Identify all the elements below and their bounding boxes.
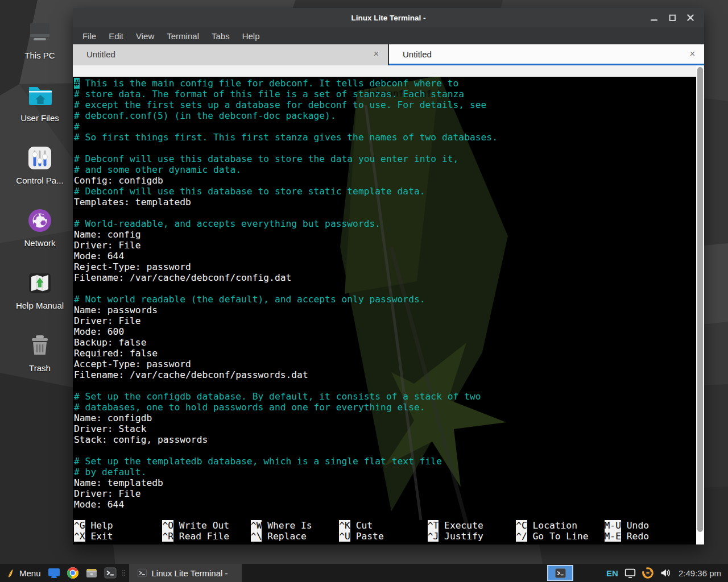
shortcut-key: ^/ [516,531,527,542]
editor-line: Config: configdb [74,175,704,186]
clock[interactable]: 2:49:36 pm [679,568,721,578]
tab-bar: Untitled × Untitled × [73,44,704,65]
editor-line: Driver: File [74,315,704,326]
editor-line: Driver: File [74,488,704,499]
editor-line: Mode: 644 [74,251,704,261]
nano-shortcuts: ^G Help^X Exit^O Write Out^R Read File^W… [73,520,704,544]
editor-line: # by default. [74,467,704,477]
menu-view[interactable]: View [130,27,160,44]
editor-line: Mode: 644 [74,499,704,510]
help-manual-icon [26,269,53,297]
nano-shortcut-where-is: ^W Where Is [251,520,339,531]
nano-shortcut-undo: M-U Undo [605,520,693,531]
editor-line: # Debconf will use this database to stor… [74,186,704,197]
tab-untitled-1[interactable]: Untitled × [73,44,388,65]
editor-line: # So first things first. This first stan… [74,132,704,143]
desktop-icon-label: Network [24,238,55,248]
tray-icon-list [624,567,677,579]
close-icon [685,12,696,23]
editor-line: Accept-Type: password [74,359,704,369]
computer-icon [26,19,53,47]
desktop-icon-label: User Files [20,113,59,123]
display-icon[interactable] [624,567,636,579]
editor-line [74,445,704,456]
update-icon[interactable] [642,567,654,579]
panel-handle-icon [121,566,126,580]
editor-line [74,207,704,218]
nano-shortcut-write-out: ^O Write Out [162,520,250,531]
editor-line: Driver: File [74,240,704,251]
desktop-icon-control-pa[interactable]: Control Pa... [5,141,75,203]
shortcut-key: ^T [428,520,439,531]
maximize-button[interactable] [667,12,678,23]
window-titlebar[interactable]: Linux Lite Terminal - [73,8,704,27]
desktop-icon-label: Trash [29,363,51,373]
terminal-content[interactable]: GNU nano 7.2 /etc/debconf.conf # This is… [73,65,704,544]
editor-line: # databases, one to hold passwords and o… [74,402,704,413]
desktop-icon-list: This PCUser FilesControl Pa...NetworkHel… [5,16,75,391]
launcher-chrome-browser[interactable] [66,566,80,580]
window-title: Linux Lite Terminal - [73,14,704,22]
menu-button[interactable]: Menu [0,564,46,582]
menu-button-label: Menu [19,568,41,578]
tab-close-button[interactable]: × [690,49,695,59]
editor-line: Filename: /var/cache/debconf/passwords.d… [74,369,704,380]
menu-help[interactable]: Help [236,27,266,44]
desktop-icon-help-manual[interactable]: Help Manual [5,266,75,329]
shortcut-key: ^U [339,531,350,542]
editor-line: Required: false [74,348,704,359]
shortcut-key: ^W [251,520,262,531]
shortcut-key: M-E [605,531,621,542]
terminal-scrollbar[interactable] [696,65,704,544]
tab-label: Untitled [86,49,115,59]
editor-line: # Set up the configdb database. By defau… [74,391,704,402]
editor-line: Reject-Type: password [74,261,704,272]
tab-label: Untitled [403,49,432,59]
editor-line: Mode: 600 [74,326,704,337]
editor-line: Templates: templatedb [74,197,704,207]
terminal-launcher-icon [104,566,117,580]
window-preview-button[interactable] [547,565,573,581]
nano-shortcut-paste: ^U Paste [339,531,427,542]
desktop-icon-user-files[interactable]: User Files [5,78,75,141]
desktop-icon-label: Control Pa... [16,176,63,185]
menu-tabs[interactable]: Tabs [205,27,236,44]
scrollbar-thumb[interactable] [697,67,703,532]
tab-close-button[interactable]: × [374,49,379,59]
shortcut-key: ^G [74,520,85,531]
shortcut-key: ^K [339,520,350,531]
nano-titlebar: GNU nano 7.2 /etc/debconf.conf [73,65,696,77]
editor-line: Name: config [74,229,704,240]
launcher-file-manager[interactable] [85,566,98,580]
editor-line: Name: configdb [74,413,704,423]
taskbar-window-button[interactable]: Linux Lite Terminal - [129,564,242,582]
nano-shortcut-execute: ^T Execute [428,520,516,531]
tab-untitled-2[interactable]: Untitled × [389,44,704,65]
shortcut-key: ^\ [251,531,262,542]
terminal-launcher-icon [137,568,147,578]
launcher-terminal-launcher[interactable] [104,566,117,580]
nano-shortcut-help: ^G Help [74,520,162,531]
editor-line: Name: templatedb [74,477,704,488]
editor-line: Backup: false [74,337,704,348]
nano-shortcut-replace: ^\ Replace [251,531,339,542]
editor-line: # Debconf will use this database to stor… [74,153,704,164]
volume-icon[interactable] [659,567,672,579]
menu-terminal[interactable]: Terminal [160,27,205,44]
desktop-icon-this-pc[interactable]: This PC [5,16,75,78]
editor-line: # debconf.conf(5) (in the debconf-doc pa… [74,110,704,121]
language-indicator[interactable]: EN [606,568,618,578]
close-button[interactable] [685,12,696,23]
nano-shortcut-cut: ^K Cut [339,520,427,531]
desktop-icon-trash[interactable]: Trash [5,329,75,391]
menu-edit[interactable]: Edit [102,27,130,44]
launcher-show-desktop[interactable] [47,566,61,580]
desktop-icon-label: This PC [24,51,55,60]
minimize-button[interactable] [648,12,660,23]
user-files-folder-icon [26,82,53,109]
desktop-icon-network[interactable]: Network [5,203,75,266]
menu-file[interactable]: File [76,27,102,44]
nano-shortcut-go-to-line: ^/ Go To Line [516,531,604,542]
chrome-browser-icon [66,566,80,580]
taskbar-window-label: Linux Lite Terminal - [152,568,228,578]
